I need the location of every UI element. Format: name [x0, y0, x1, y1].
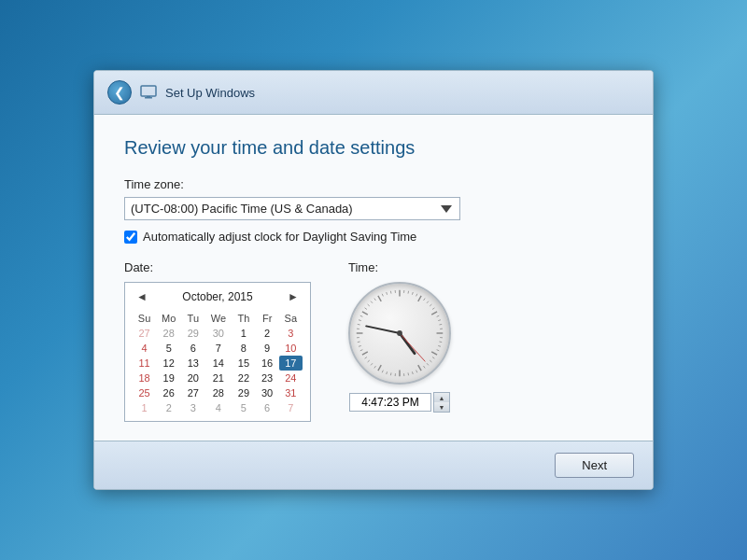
dst-checkbox[interactable]	[124, 231, 137, 244]
calendar-day[interactable]: 11	[133, 356, 156, 371]
calendar-day[interactable]: 27	[133, 326, 156, 341]
calendar-day[interactable]: 18	[133, 371, 156, 385]
calendar-month-year: October, 2015	[182, 290, 252, 303]
svg-line-38	[378, 365, 381, 371]
window-icon-container	[139, 83, 158, 102]
next-button[interactable]: Next	[555, 453, 634, 478]
calendar-day[interactable]: 14	[204, 356, 232, 371]
svg-line-52	[360, 315, 363, 316]
svg-line-54	[365, 308, 367, 310]
setup-icon	[140, 85, 157, 100]
setup-dialog: ❮ Set Up Windows Review your time and da…	[93, 70, 654, 490]
timezone-select[interactable]: (UTC-08:00) Pacific Time (US & Canada)(U…	[124, 197, 460, 220]
svg-line-22	[437, 350, 440, 351]
svg-rect-0	[141, 86, 156, 96]
calendar-day[interactable]: 29	[232, 385, 255, 400]
calendar-day[interactable]: 6	[181, 341, 204, 356]
calendar-day[interactable]: 29	[181, 326, 204, 341]
timezone-row: (UTC-08:00) Pacific Time (US & Canada)(U…	[124, 197, 623, 220]
calendar-day[interactable]: 16	[256, 356, 279, 371]
calendar-day[interactable]: 12	[156, 356, 181, 371]
time-input-row: ▲ ▼	[349, 392, 450, 413]
svg-line-30	[412, 371, 413, 374]
svg-line-16	[439, 324, 442, 325]
clock-svg	[350, 284, 449, 383]
calendar-day[interactable]: 13	[181, 356, 204, 371]
calendar-day[interactable]: 2	[256, 326, 279, 341]
calendar-day[interactable]: 4	[204, 400, 232, 415]
calendar-day[interactable]: 3	[279, 326, 303, 341]
calendar-day[interactable]: 31	[279, 385, 303, 400]
svg-line-10	[427, 301, 429, 303]
next-month-button[interactable]: ►	[284, 288, 303, 305]
calendar-body: 2728293012345678910111213141516171819202…	[133, 326, 303, 415]
minute-hand	[366, 326, 400, 333]
calendar-day[interactable]: 20	[181, 371, 204, 385]
svg-line-28	[418, 365, 421, 371]
svg-line-11	[430, 304, 431, 306]
calendar-day[interactable]: 1	[232, 326, 255, 341]
prev-month-button[interactable]: ◄	[133, 288, 151, 305]
svg-line-20	[439, 342, 442, 343]
dst-label: Automatically adjust clock for Daylight …	[143, 230, 416, 244]
svg-line-40	[371, 363, 373, 365]
svg-line-61	[390, 291, 391, 294]
svg-line-57	[374, 299, 376, 301]
calendar-day[interactable]: 5	[232, 400, 255, 415]
calendar-day[interactable]: 26	[156, 385, 181, 400]
calendar-day[interactable]: 21	[204, 371, 232, 385]
svg-line-14	[437, 315, 440, 316]
svg-line-9	[423, 299, 425, 301]
calendar-day[interactable]: 24	[279, 371, 303, 385]
calendar-day[interactable]: 15	[232, 356, 255, 371]
svg-line-5	[408, 291, 409, 294]
calendar-day[interactable]: 23	[256, 371, 279, 385]
calendar-day[interactable]: 22	[232, 371, 255, 385]
dialog-title: Set Up Windows	[165, 86, 255, 100]
calendar-day[interactable]: 27	[181, 385, 204, 400]
calendar-day[interactable]: 19	[156, 371, 181, 385]
date-section: Date: ◄ October, 2015 ► SuMoTuWeThFrSa 2…	[124, 260, 311, 422]
svg-line-6	[412, 292, 413, 295]
calendar-day[interactable]: 28	[156, 326, 181, 341]
calendar-day[interactable]: 10	[279, 341, 303, 356]
svg-line-51	[359, 320, 361, 321]
calendar-day[interactable]: 6	[256, 400, 279, 415]
second-hand	[400, 333, 425, 361]
time-section: Time:	[348, 260, 451, 413]
calendar-day[interactable]: 4	[133, 341, 156, 356]
date-time-row: Date: ◄ October, 2015 ► SuMoTuWeThFrSa 2…	[124, 260, 623, 422]
calendar-day[interactable]: 5	[156, 341, 181, 356]
svg-line-58	[378, 296, 381, 301]
svg-line-60	[387, 292, 388, 295]
calendar-day[interactable]: 17	[279, 356, 303, 371]
svg-line-27	[423, 366, 425, 368]
calendar-day[interactable]: 25	[133, 385, 156, 400]
calendar-day[interactable]: 7	[279, 400, 303, 415]
svg-line-7	[416, 294, 417, 297]
calendar-day[interactable]: 2	[156, 400, 181, 415]
svg-line-15	[438, 320, 441, 321]
svg-line-26	[427, 363, 429, 365]
calendar-day[interactable]: 3	[181, 400, 204, 415]
calendar-day[interactable]: 30	[204, 326, 232, 341]
calendar-grid: SuMoTuWeThFrSa 2728293012345678910111213…	[133, 311, 303, 415]
calendar-day[interactable]: 9	[256, 341, 279, 356]
back-button[interactable]: ❮	[107, 80, 132, 105]
calendar-day[interactable]: 28	[204, 385, 232, 400]
calendar-day[interactable]: 7	[204, 341, 232, 356]
clock-container: ▲ ▼	[348, 282, 451, 413]
time-down-button[interactable]: ▼	[434, 402, 449, 412]
calendar: ◄ October, 2015 ► SuMoTuWeThFrSa 2728293…	[124, 282, 311, 422]
svg-line-36	[387, 371, 388, 374]
svg-line-24	[432, 357, 434, 358]
calendar-day[interactable]: 8	[232, 341, 255, 356]
svg-line-59	[382, 294, 383, 297]
calendar-day[interactable]: 30	[256, 385, 279, 400]
time-input[interactable]	[349, 393, 431, 412]
time-up-button[interactable]: ▲	[434, 393, 449, 402]
svg-line-39	[374, 366, 376, 368]
calendar-day[interactable]: 1	[133, 400, 156, 415]
svg-line-56	[371, 301, 373, 303]
timezone-label: Time zone:	[124, 177, 623, 191]
